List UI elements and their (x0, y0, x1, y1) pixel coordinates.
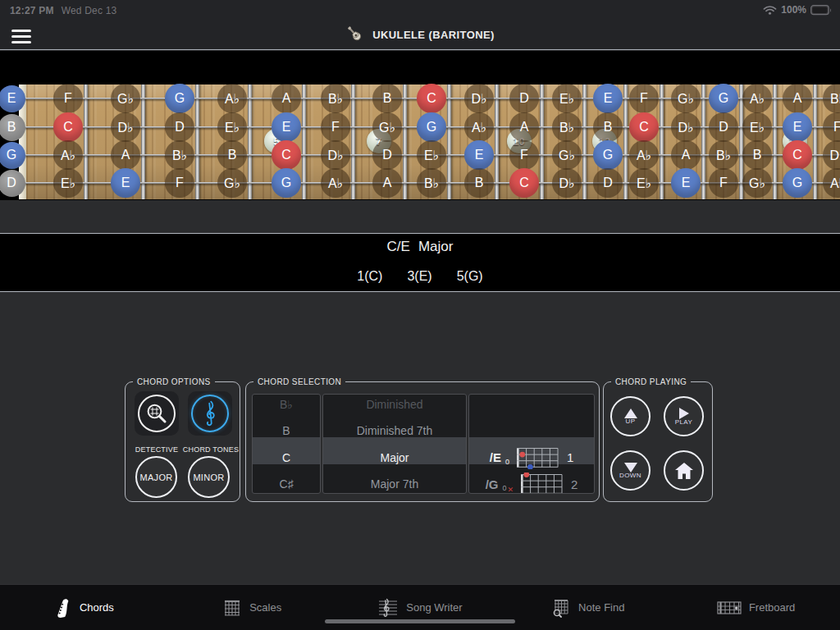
fret-note-G♭-f16[interactable]: G♭ (742, 168, 772, 198)
tab-chords[interactable]: Chords (0, 585, 168, 630)
fret-note-E-f9[interactable]: E (464, 140, 494, 170)
fret-note-E♭-f11[interactable]: E♭ (552, 84, 582, 113)
fret-note-C-f13[interactable]: C (629, 112, 659, 142)
fret-note-E♭-f16[interactable]: E♭ (742, 112, 772, 142)
fret-note-D♭-f14[interactable]: D♭ (671, 112, 701, 142)
fret-note-A♭-f16[interactable]: A♭ (742, 84, 772, 113)
fret-note-E♭-f13[interactable]: E♭ (629, 168, 659, 198)
fret-note-G♭-f14[interactable]: G♭ (671, 84, 701, 113)
fret-note-G♭-f4[interactable]: G♭ (217, 168, 247, 198)
voicing-option-2[interactable]: /G0✕2 (469, 471, 594, 494)
detective-button[interactable] (135, 391, 179, 436)
fret-note-D♭-f9[interactable]: D♭ (464, 84, 494, 113)
open-note-G[interactable]: G (0, 142, 25, 169)
fret-note-A♭-f6[interactable]: A♭ (321, 168, 350, 198)
fret-note-F-f10[interactable]: F (509, 140, 539, 170)
fret-note-E♭-f1[interactable]: E♭ (53, 168, 83, 198)
fret-note-D-f10[interactable]: D (509, 84, 539, 113)
fret-note-D-f12[interactable]: D (593, 168, 623, 198)
fret-note-G-f12[interactable]: G (593, 140, 623, 170)
fret-note-E-f12[interactable]: E (593, 84, 623, 113)
root-option-C[interactable]: C (253, 445, 320, 471)
fret-note-G♭-f7[interactable]: G♭ (372, 112, 402, 142)
fret-note-B♭-f6[interactable]: B♭ (321, 84, 350, 113)
fret-note-B-f16[interactable]: B (742, 140, 772, 170)
fret-note-A-f5[interactable]: A (272, 84, 301, 113)
fret-note-B-f12[interactable]: B (593, 112, 623, 142)
quality-option-Major7th[interactable]: Major 7th (323, 471, 466, 494)
fret-note-C-f5[interactable]: C (272, 140, 301, 170)
fret-note-E-f5[interactable]: E (272, 112, 301, 142)
fret-note-C-f17[interactable]: C (783, 140, 812, 170)
fret-note-E-f14[interactable]: E (671, 168, 701, 198)
fret-note-C-f1[interactable]: C (53, 112, 83, 142)
fret-note-B-f9[interactable]: B (464, 168, 494, 198)
fret-note-A♭-f4[interactable]: A♭ (217, 84, 247, 113)
play-button[interactable]: PLAY (664, 396, 704, 436)
root-option-C[interactable]: C♯ (253, 471, 320, 494)
root-picker[interactable]: B♭BCC♯D♭ (252, 394, 321, 494)
fret-note-C-f8[interactable]: C (417, 84, 446, 113)
fret-note-E♭-f8[interactable]: E♭ (417, 140, 446, 170)
root-option-B[interactable]: B (253, 418, 320, 444)
quality-option-Diminished7th[interactable]: Diminished 7th (323, 418, 466, 444)
fret-note-G-f15[interactable]: G (709, 84, 738, 113)
fret-note-D♭-f6[interactable]: D♭ (321, 140, 350, 170)
fret-note-G-f5[interactable]: G (272, 168, 301, 198)
fret-note-D-f7[interactable]: D (372, 140, 402, 170)
fret-note-A♭-f13[interactable]: A♭ (629, 140, 659, 170)
voicing-picker[interactable]: /E01/G0✕2/G53 (468, 394, 595, 494)
fret-note-E-f2[interactable]: E (111, 168, 140, 198)
fret-note-F-f3[interactable]: F (165, 168, 194, 198)
fret-note-E-f17[interactable]: E (783, 112, 812, 142)
fret-note-A♭-f9[interactable]: A♭ (464, 112, 494, 142)
fret-note-B♭-f11[interactable]: B♭ (552, 112, 582, 142)
fret-note-E♭-f4[interactable]: E♭ (217, 112, 247, 142)
open-note-B[interactable]: B (0, 114, 25, 141)
tab-fretboard[interactable]: Fretboard (672, 585, 840, 630)
chord-tones-button[interactable] (188, 391, 232, 436)
fret-note-C-f10[interactable]: C (509, 168, 539, 198)
down-button[interactable]: DOWN (610, 450, 651, 491)
fret-note-A-f17[interactable]: A (783, 84, 812, 113)
fret-note-A-f2[interactable]: A (111, 140, 140, 170)
fret-note-D-f3[interactable]: D (165, 112, 194, 142)
fret-note-G♭-f11[interactable]: G♭ (552, 140, 582, 170)
fret-note-B-f7[interactable]: B (372, 84, 402, 113)
minor-button[interactable]: MINOR (188, 456, 230, 498)
major-button[interactable]: MAJOR (135, 456, 177, 498)
fret-note-G♭-f2[interactable]: G♭ (111, 84, 140, 113)
root-option-B[interactable]: B♭ (253, 394, 320, 418)
fret-note-A♭-f1[interactable]: A♭ (53, 140, 83, 170)
fret-note-D♭-f2[interactable]: D♭ (111, 112, 140, 142)
quality-option-Major[interactable]: Major (323, 445, 466, 471)
fret-note-B♭-f15[interactable]: B♭ (709, 140, 738, 170)
fret-note-B-f4[interactable]: B (217, 140, 247, 170)
fret-note-F-f1[interactable]: F (53, 84, 83, 113)
tab-scales[interactable]: Scales (168, 585, 336, 630)
home-indicator[interactable] (325, 619, 515, 623)
fret-note-B♭-f3[interactable]: B♭ (165, 140, 194, 170)
open-note-D[interactable]: D (0, 170, 25, 197)
home-button[interactable] (664, 450, 704, 491)
voicing-option-1[interactable]: /E01 (469, 445, 594, 471)
fret-note-G-f8[interactable]: G (417, 112, 446, 142)
fret-note-G-f17[interactable]: G (783, 168, 812, 198)
fret-note-B♭-f8[interactable]: B♭ (417, 168, 446, 198)
status-bar-left: 12:27 PMWed Dec 13 (10, 5, 116, 16)
fret-note-F-f15[interactable]: F (709, 168, 738, 198)
fret-note-A-f10[interactable]: A (509, 112, 539, 142)
tab-note-find[interactable]: Note Find (504, 585, 672, 630)
fret-note-F-f6[interactable]: F (321, 112, 350, 142)
fret-note-A-f7[interactable]: A (372, 168, 402, 198)
quality-picker[interactable]: DiminishedDiminished 7thMajorMajor 7thMi… (322, 394, 467, 494)
fret-note-G-f3[interactable]: G (165, 84, 194, 113)
fret-note-D♭-f11[interactable]: D♭ (552, 168, 582, 198)
fret-note-F-f13[interactable]: F (629, 84, 659, 113)
open-note-E[interactable]: E (0, 85, 25, 112)
quality-option-Diminished[interactable]: Diminished (323, 394, 466, 418)
fret-note-D-f15[interactable]: D (709, 112, 738, 142)
up-button[interactable]: UP (610, 396, 651, 436)
scales-tab-icon (222, 598, 242, 618)
fret-note-A-f14[interactable]: A (671, 140, 701, 170)
